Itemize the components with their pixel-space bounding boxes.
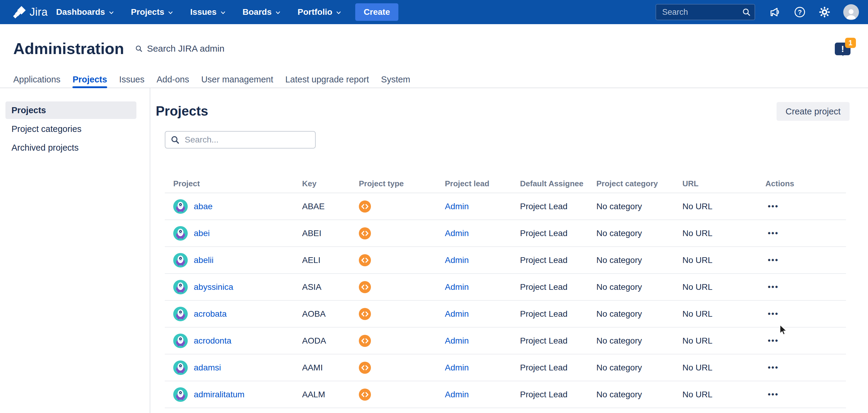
nav-menu-item-issues[interactable]: Issues (190, 7, 226, 17)
software-project-type-icon (359, 201, 371, 212)
tab-add-ons[interactable]: Add-ons (157, 71, 189, 88)
software-project-type-icon (359, 227, 371, 239)
project-key-cell: ABEI (294, 229, 350, 238)
project-name-link[interactable]: abae (194, 202, 213, 211)
notification-button[interactable]: ! 1 (834, 38, 856, 59)
project-url-cell: No URL (674, 256, 757, 265)
user-avatar[interactable] (843, 4, 859, 20)
column-header-project-category: Project category (588, 179, 674, 188)
project-category-cell: No category (588, 336, 674, 346)
actions-more-button[interactable]: ••• (765, 362, 781, 374)
project-name-link[interactable]: acrobata (194, 309, 227, 319)
project-name-link[interactable]: acrodonta (194, 336, 231, 346)
project-lead-link[interactable]: Admin (445, 229, 469, 238)
software-project-type-icon (359, 388, 371, 401)
column-header-project: Project (165, 179, 294, 188)
sidebar-item-project-categories[interactable]: Project categories (5, 120, 136, 138)
default-assignee-cell: Project Lead (512, 336, 588, 346)
project-avatar-icon (173, 333, 188, 348)
project-lead-link[interactable]: Admin (445, 336, 469, 346)
nav-menu-label: Portfolio (298, 7, 332, 17)
project-category-cell: No category (588, 309, 674, 319)
project-lead-link[interactable]: Admin (445, 309, 469, 319)
software-project-type-icon (359, 281, 371, 293)
project-name-link[interactable]: adamsi (194, 363, 221, 373)
table-row: abelii AELI Admin Project Lead No catego… (165, 247, 846, 274)
settings-gear-icon[interactable] (818, 6, 831, 18)
column-header-project-lead: Project lead (436, 179, 512, 188)
default-assignee-cell: Project Lead (512, 390, 588, 400)
project-category-cell: No category (588, 390, 674, 400)
nav-menu-item-boards[interactable]: Boards (243, 7, 281, 17)
primary-nav: Dashboards Projects Issues Boards Portfo… (56, 7, 342, 17)
project-lead-link[interactable]: Admin (445, 282, 469, 292)
help-icon[interactable]: ? (794, 6, 806, 18)
tab-projects[interactable]: Projects (72, 71, 107, 88)
table-row: admiralitatum AALM Admin Project Lead No… (165, 381, 846, 408)
actions-more-button[interactable]: ••• (765, 254, 781, 266)
default-assignee-cell: Project Lead (512, 309, 588, 319)
admin-tabs: ApplicationsProjectsIssuesAdd-onsUser ma… (0, 71, 868, 88)
nav-menu-item-projects[interactable]: Projects (131, 7, 174, 17)
software-project-type-icon (359, 362, 371, 374)
project-name-link[interactable]: admiralitatum (194, 390, 245, 400)
nav-menu-item-dashboards[interactable]: Dashboards (56, 7, 115, 17)
default-assignee-cell: Project Lead (512, 282, 588, 292)
notification-count-badge: 1 (845, 38, 856, 48)
project-url-cell: No URL (674, 282, 757, 292)
default-assignee-cell: Project Lead (512, 363, 588, 373)
tab-user-management[interactable]: User management (201, 71, 273, 88)
project-category-cell: No category (588, 202, 674, 211)
project-key-cell: AAMI (294, 363, 350, 373)
admin-search[interactable]: Search JIRA admin (135, 43, 224, 54)
feedback-megaphone-icon[interactable] (769, 6, 781, 18)
tab-issues[interactable]: Issues (119, 71, 145, 88)
tab-system[interactable]: System (381, 71, 410, 88)
sidebar-item-archived-projects[interactable]: Archived projects (5, 139, 136, 156)
project-key-cell: AODA (294, 336, 350, 346)
search-icon (135, 45, 143, 53)
project-name-link[interactable]: abyssinica (194, 282, 233, 292)
project-name-link[interactable]: abelii (194, 256, 213, 265)
nav-menu-label: Boards (243, 7, 272, 17)
software-project-type-icon (359, 308, 371, 320)
search-icon[interactable] (742, 7, 751, 17)
actions-more-button[interactable]: ••• (765, 388, 781, 400)
search-icon (170, 135, 180, 145)
svg-text:?: ? (798, 8, 802, 16)
projects-table: ProjectKeyProject typeProject leadDefaul… (165, 175, 846, 408)
chevron-down-icon (220, 9, 226, 16)
tab-applications[interactable]: Applications (13, 71, 60, 88)
software-project-type-icon (359, 335, 371, 347)
actions-more-button[interactable]: ••• (765, 227, 781, 239)
project-url-cell: No URL (674, 202, 757, 211)
project-avatar-icon (173, 199, 188, 214)
actions-more-button[interactable]: ••• (765, 201, 781, 212)
column-header-project-type: Project type (350, 179, 436, 188)
projects-search-input[interactable] (165, 131, 316, 149)
sidebar-item-projects[interactable]: Projects (5, 101, 136, 119)
project-lead-link[interactable]: Admin (445, 363, 469, 373)
project-name-link[interactable]: abei (194, 229, 210, 238)
project-category-cell: No category (588, 256, 674, 265)
tab-latest-upgrade-report[interactable]: Latest upgrade report (285, 71, 369, 88)
project-avatar-icon (173, 253, 188, 267)
global-search-input[interactable] (655, 4, 755, 20)
project-key-cell: ABAE (294, 202, 350, 211)
nav-menu-label: Dashboards (56, 7, 105, 17)
project-lead-link[interactable]: Admin (445, 390, 469, 400)
create-button[interactable]: Create (355, 3, 398, 21)
actions-more-button[interactable]: ••• (765, 335, 781, 347)
project-lead-link[interactable]: Admin (445, 202, 469, 211)
project-key-cell: AELI (294, 256, 350, 265)
project-category-cell: No category (588, 282, 674, 292)
nav-menu-item-portfolio[interactable]: Portfolio (298, 7, 342, 17)
actions-more-button[interactable]: ••• (765, 308, 781, 320)
create-project-button[interactable]: Create project (777, 102, 849, 121)
project-lead-link[interactable]: Admin (445, 256, 469, 265)
column-header-actions: Actions (757, 179, 846, 188)
project-key-cell: AALM (294, 390, 350, 400)
project-url-cell: No URL (674, 309, 757, 319)
jira-logo[interactable]: Jira (13, 6, 48, 19)
actions-more-button[interactable]: ••• (765, 281, 781, 293)
